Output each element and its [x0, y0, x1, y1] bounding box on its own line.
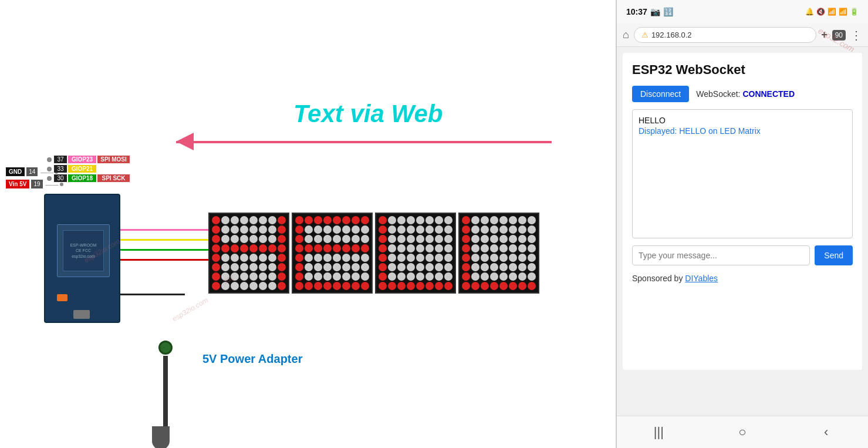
led-dot-panel1-1-7 — [278, 225, 286, 234]
browser-add-tab-button[interactable]: + — [821, 29, 828, 41]
led-dot-panel3-0-6 — [435, 216, 443, 224]
led-dot-panel1-3-4 — [249, 244, 258, 252]
led-dot-panel2-7-0 — [295, 282, 303, 290]
led-dot-panel4-4-5 — [509, 254, 517, 262]
esp32-chip: ESP-WROOMCE FCCesp32io.com — [57, 224, 110, 277]
led-dot-panel1-1-2 — [231, 225, 239, 234]
led-panel-2 — [292, 213, 373, 294]
led-dot-panel4-1-1 — [471, 225, 479, 234]
led-dot-panel1-1-4 — [249, 225, 258, 234]
led-dot-panel4-0-3 — [490, 216, 498, 224]
led-dot-panel1-5-0 — [212, 263, 220, 271]
led-dot-panel2-1-1 — [305, 225, 313, 234]
led-dot-panel4-0-2 — [481, 216, 489, 224]
diyables-link[interactable]: DIYables — [685, 274, 718, 283]
pin-name-giop23: GIOP23 — [68, 156, 96, 163]
disconnect-button[interactable]: Disconnect — [632, 86, 689, 102]
nav-recents-button[interactable]: ||| — [647, 425, 670, 440]
led-dot-panel3-4-5 — [425, 254, 434, 262]
pa-cable — [163, 356, 168, 426]
led-dot-panel2-7-3 — [323, 282, 332, 290]
esp32-usb — [73, 310, 90, 319]
led-dot-panel3-7-7 — [444, 282, 452, 290]
led-dot-panel2-7-4 — [333, 282, 341, 290]
led-dot-panel2-7-5 — [342, 282, 350, 290]
browser-home-button[interactable]: ⌂ — [623, 29, 629, 41]
web-content: ESP32 WebSocket Disconnect WebSocket: CO… — [623, 53, 862, 370]
led-dot-panel2-6-0 — [295, 272, 303, 281]
led-dot-panel3-6-4 — [416, 272, 424, 281]
led-dot-panel1-5-2 — [231, 263, 239, 271]
led-dot-panel3-4-1 — [388, 254, 396, 262]
led-dot-panel2-6-4 — [333, 272, 341, 281]
led-dot-panel3-7-3 — [407, 282, 415, 290]
led-dot-panel2-1-4 — [333, 225, 341, 234]
led-dot-panel1-7-5 — [259, 282, 267, 290]
led-dot-panel4-2-6 — [518, 235, 526, 243]
led-dot-panel3-6-1 — [388, 272, 396, 281]
message-input[interactable] — [632, 245, 810, 265]
pin-num-30: 30 — [54, 174, 67, 182]
status-icon-camera: 📷 — [650, 7, 660, 16]
led-dot-panel3-4-2 — [397, 254, 406, 262]
led-dot-panel1-6-0 — [212, 272, 220, 281]
led-dot-panel3-6-6 — [435, 272, 443, 281]
led-panel-1 — [208, 213, 289, 294]
led-dot-panel1-2-1 — [221, 235, 229, 243]
pa-connector — [158, 341, 173, 355]
led-dot-panel4-0-7 — [528, 216, 536, 224]
led-dot-panel4-2-4 — [499, 235, 508, 243]
led-dot-panel2-5-2 — [314, 263, 322, 271]
led-dot-panel3-3-5 — [425, 244, 434, 252]
browser-url-bar[interactable]: ⚠ 192.168.0.2 — [634, 27, 816, 43]
status-icon-signal: 📶 — [839, 8, 847, 16]
led-dot-panel3-1-6 — [435, 225, 443, 234]
nav-home-button[interactable]: ○ — [731, 425, 754, 440]
pin-spi-mosi: SPI MOSI — [97, 156, 130, 163]
led-dot-panel3-1-1 — [388, 225, 396, 234]
led-dot-panel4-7-4 — [499, 282, 508, 290]
led-dot-panel1-7-0 — [212, 282, 220, 290]
led-dot-panel3-2-1 — [388, 235, 396, 243]
led-dot-panel1-6-5 — [259, 272, 267, 281]
pin-dot-21 — [47, 167, 52, 171]
led-dot-panel2-6-7 — [361, 272, 369, 281]
led-dot-panel4-5-6 — [518, 263, 526, 271]
led-dot-panel2-3-1 — [305, 244, 313, 252]
pin-name-giop21: GIOP21 — [68, 165, 96, 173]
arrow-line — [176, 141, 552, 143]
led-dot-panel2-3-3 — [323, 244, 332, 252]
led-dot-panel3-0-2 — [397, 216, 406, 224]
led-dot-panel1-6-2 — [231, 272, 239, 281]
pin-dot-23 — [47, 157, 52, 162]
led-dot-panel4-3-2 — [481, 244, 489, 252]
led-dot-panel2-4-5 — [342, 254, 350, 262]
led-dot-panel3-4-3 — [407, 254, 415, 262]
led-dot-panel1-0-3 — [240, 216, 248, 224]
led-dot-panel2-5-7 — [361, 263, 369, 271]
led-dot-panel3-4-6 — [435, 254, 443, 262]
browser-menu-button[interactable]: ⋮ — [850, 28, 862, 42]
led-dot-panel3-0-5 — [425, 216, 434, 224]
led-dot-panel1-3-0 — [212, 244, 220, 252]
websocket-status-label: WebSocket: CONNECTED — [696, 89, 795, 99]
led-dot-panel2-2-4 — [333, 235, 341, 243]
led-dot-panel3-5-2 — [397, 263, 406, 271]
led-dot-panel1-6-1 — [221, 272, 229, 281]
led-dot-panel3-1-4 — [416, 225, 424, 234]
led-dot-panel4-6-3 — [490, 272, 498, 281]
led-dot-panel1-1-3 — [240, 225, 248, 234]
led-dot-panel3-6-7 — [444, 272, 452, 281]
led-dot-panel4-5-2 — [481, 263, 489, 271]
led-dot-panel1-4-7 — [278, 254, 286, 262]
led-dot-panel2-5-0 — [295, 263, 303, 271]
led-dot-panel4-4-2 — [481, 254, 489, 262]
nav-back-button[interactable]: ‹ — [815, 425, 838, 440]
send-button[interactable]: Send — [815, 245, 853, 265]
led-dot-panel2-0-5 — [342, 216, 350, 224]
led-dot-panel4-4-7 — [528, 254, 536, 262]
led-dot-panel4-2-1 — [471, 235, 479, 243]
browser-tab-count[interactable]: 90 — [832, 30, 846, 41]
led-dot-panel4-7-6 — [518, 282, 526, 290]
status-icon-battery: 🔋 — [850, 8, 859, 16]
